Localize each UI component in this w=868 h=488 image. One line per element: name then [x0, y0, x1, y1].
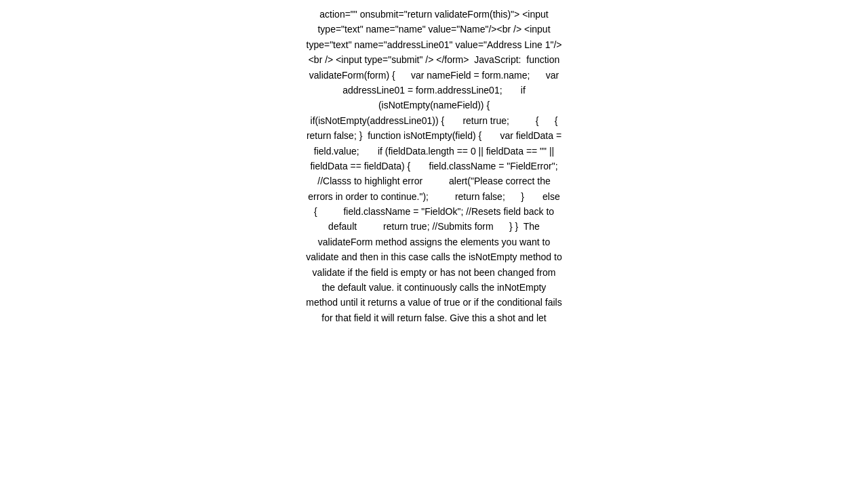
code-text-block: action="" onsubmit="return validateForm(… [298, 0, 570, 332]
main-content: action="" onsubmit="return validateForm(… [0, 0, 868, 488]
